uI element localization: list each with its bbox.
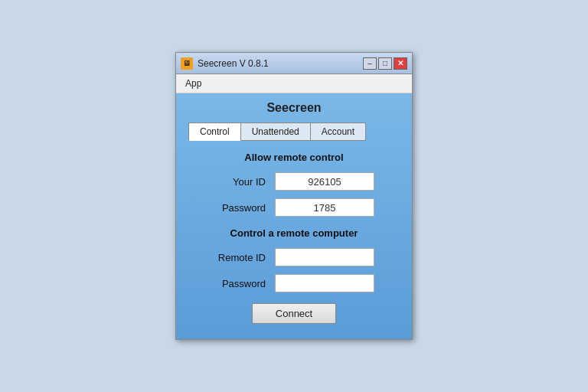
allow-section-heading: Allow remote control <box>188 152 400 163</box>
control-section-heading: Control a remote computer <box>188 227 400 239</box>
title-bar: 🖥 Seecreen V 0.8.1 – □ ✕ <box>176 53 412 74</box>
control-password-input[interactable] <box>275 274 374 292</box>
your-id-group: Your ID <box>188 172 400 191</box>
title-bar-left: 🖥 Seecreen V 0.8.1 <box>181 57 269 70</box>
close-button[interactable]: ✕ <box>394 57 407 70</box>
tab-bar: Control Unattended Account <box>188 122 400 141</box>
your-id-input[interactable] <box>275 172 374 191</box>
window-controls: – □ ✕ <box>363 57 407 70</box>
maximize-button[interactable]: □ <box>378 57 392 70</box>
control-password-label: Password <box>214 278 275 289</box>
remote-id-input[interactable] <box>275 248 374 266</box>
allow-password-label: Password <box>214 202 275 214</box>
control-password-group: Password <box>188 274 400 292</box>
allow-password-group: Password <box>188 198 400 217</box>
section-divider: Control a remote computer <box>188 227 400 239</box>
app-title: Seecreen <box>188 101 400 115</box>
connect-button[interactable]: Connect <box>252 303 336 324</box>
app-icon: 🖥 <box>181 57 193 70</box>
window-title: Seecreen V 0.8.1 <box>198 58 269 69</box>
tab-account[interactable]: Account <box>310 122 366 141</box>
your-id-label: Your ID <box>214 176 275 188</box>
minimize-button[interactable]: – <box>363 57 377 70</box>
remote-id-label: Remote ID <box>214 252 275 263</box>
menu-bar: App <box>176 74 412 93</box>
main-window: 🖥 Seecreen V 0.8.1 – □ ✕ App Seecreen Co… <box>175 52 413 340</box>
connect-row: Connect <box>188 303 400 324</box>
menu-item-app[interactable]: App <box>181 77 206 90</box>
content-area: Seecreen Control Unattended Account Allo… <box>176 93 412 339</box>
remote-id-group: Remote ID <box>188 248 400 266</box>
tab-unattended[interactable]: Unattended <box>240 122 311 141</box>
tab-control[interactable]: Control <box>188 122 241 141</box>
allow-password-input[interactable] <box>275 198 374 217</box>
